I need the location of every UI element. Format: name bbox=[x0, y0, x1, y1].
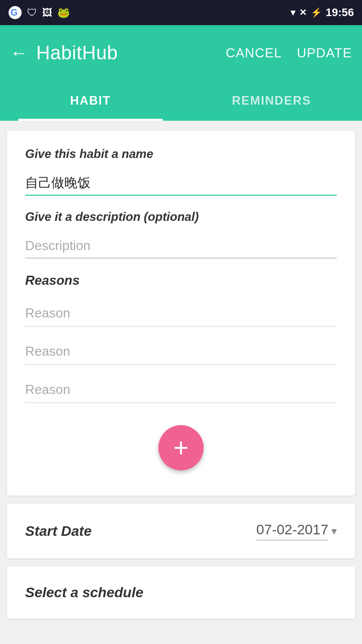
description-field-group: Give it a description (optional) bbox=[25, 210, 337, 259]
reason-input-1[interactable] bbox=[25, 300, 337, 327]
name-label: Give this habit a name bbox=[25, 147, 337, 161]
habit-name-input[interactable] bbox=[25, 171, 337, 196]
tab-bar: HABIT REMINDERS bbox=[0, 80, 362, 121]
reasons-label: Reasons bbox=[25, 273, 337, 288]
date-value: 07-02-2017 bbox=[256, 522, 328, 540]
signal-icon: ✕ bbox=[299, 7, 307, 18]
date-value-container[interactable]: 07-02-2017 ▾ bbox=[256, 522, 337, 540]
content: Give this habit a name Give it a descrip… bbox=[0, 121, 362, 637]
app-bar-left: ← HabitHub bbox=[10, 42, 118, 64]
schedule-label: Select a schedule bbox=[25, 585, 143, 600]
description-label: Give it a description (optional) bbox=[25, 210, 337, 224]
status-bar-right: ▾ ✕ ⚡ 19:56 bbox=[291, 6, 354, 19]
clock: 19:56 bbox=[326, 6, 354, 19]
google-icon: G bbox=[8, 6, 22, 20]
svg-text:G: G bbox=[11, 8, 18, 18]
battery-icon: ⚡ bbox=[311, 7, 322, 18]
start-date-card: Start Date 07-02-2017 ▾ bbox=[7, 504, 355, 558]
start-date-label: Start Date bbox=[25, 523, 92, 539]
cancel-button[interactable]: CANCEL bbox=[226, 45, 282, 61]
name-field-group: Give this habit a name bbox=[25, 147, 337, 196]
back-button[interactable]: ← bbox=[10, 42, 28, 63]
app-title: HabitHub bbox=[36, 42, 118, 64]
image-icon: 🖼 bbox=[42, 7, 52, 19]
app-icon: 🐸 bbox=[57, 7, 70, 19]
habit-card: Give this habit a name Give it a descrip… bbox=[7, 131, 355, 496]
tab-reminders[interactable]: REMINDERS bbox=[181, 80, 362, 121]
app-bar-actions: CANCEL UPDATE bbox=[226, 45, 352, 61]
chevron-down-icon: ▾ bbox=[331, 525, 337, 538]
add-reason-button[interactable]: + bbox=[158, 425, 204, 470]
fab-container: + bbox=[25, 425, 337, 470]
reason-input-2[interactable] bbox=[25, 339, 337, 365]
update-button[interactable]: UPDATE bbox=[297, 45, 352, 61]
tab-habit[interactable]: HABIT bbox=[0, 80, 181, 121]
schedule-card: Select a schedule bbox=[7, 567, 355, 619]
shield-icon: 🛡 bbox=[27, 7, 37, 19]
status-bar: G 🛡 🖼 🐸 ▾ ✕ ⚡ 19:56 bbox=[0, 0, 362, 25]
wifi-icon: ▾ bbox=[291, 7, 295, 18]
status-bar-left: G 🛡 🖼 🐸 bbox=[8, 6, 70, 20]
app-bar: ← HabitHub CANCEL UPDATE bbox=[0, 25, 362, 80]
reasons-section: Reasons bbox=[25, 273, 337, 415]
description-input[interactable] bbox=[25, 234, 337, 259]
reason-input-3[interactable] bbox=[25, 377, 337, 403]
